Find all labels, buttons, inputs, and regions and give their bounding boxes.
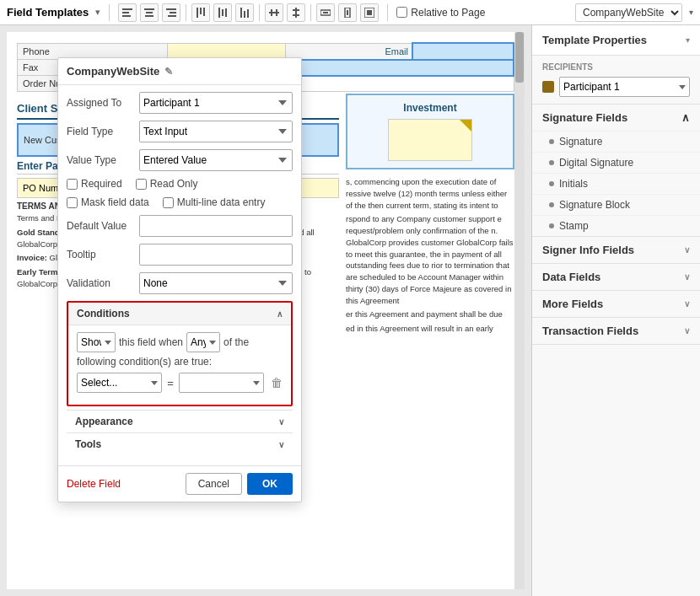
relative-to-page-checkbox[interactable]: Relative to Page [396, 7, 485, 19]
svg-rect-17 [247, 9, 249, 18]
mask-field-checkbox[interactable] [67, 197, 78, 208]
required-checkbox[interactable] [67, 179, 78, 190]
conditions-header[interactable]: Conditions ∧ [68, 303, 291, 325]
svg-rect-5 [145, 15, 153, 17]
sig-field-signature[interactable]: Signature [532, 131, 700, 152]
relative-checkbox-input[interactable] [396, 7, 407, 18]
align-top-icon[interactable] [191, 3, 210, 22]
mask-field-label: Mask field data [81, 196, 149, 208]
data-fields-expand-icon: ∨ [684, 272, 690, 282]
distribute-v-icon[interactable] [287, 3, 305, 22]
field-type-select[interactable]: Text Input [139, 121, 293, 142]
svg-rect-25 [323, 12, 328, 13]
align-center-icon[interactable] [140, 3, 159, 22]
multi-line-checkbox[interactable] [163, 197, 174, 208]
more-fields-section[interactable]: More Fields ∨ [532, 291, 700, 318]
read-only-checkbox[interactable] [136, 179, 147, 190]
same-size-icon[interactable] [360, 3, 379, 22]
align-bottom-icon[interactable] [235, 3, 254, 22]
align-left-icon[interactable] [118, 3, 137, 22]
recipients-label: RECIPIENTS [542, 62, 690, 72]
align-right-icon[interactable] [162, 3, 180, 22]
sig-bullet-4 [549, 202, 554, 207]
signer-info-label: Signer Info Fields [542, 244, 634, 256]
svg-rect-16 [244, 11, 245, 18]
appearance-section[interactable]: Appearance ∨ [67, 410, 293, 432]
signature-fields-header[interactable]: Signature Fields ∧ [532, 105, 700, 131]
more-fields-label: More Fields [542, 298, 603, 310]
recipient-select[interactable]: Participant 1 [559, 77, 690, 97]
site-select-arrow: ▾ [689, 8, 693, 17]
toolbar-dropdown-arrow[interactable]: ▾ [95, 7, 100, 18]
site-select[interactable]: CompanyWebSite [575, 3, 682, 22]
relative-to-page-label: Relative to Page [411, 7, 485, 19]
right-panel-title: Template Properties [542, 34, 647, 46]
svg-rect-14 [225, 8, 227, 17]
assigned-to-select[interactable]: Participant 1 [139, 92, 293, 114]
align-middle-icon[interactable] [213, 3, 232, 22]
distribute-h-icon[interactable] [265, 3, 283, 22]
validation-label: Validation [67, 277, 134, 289]
read-only-checkbox-label[interactable]: Read Only [136, 178, 198, 190]
toolbar-divider-5 [387, 4, 388, 21]
tools-section[interactable]: Tools ∨ [67, 432, 293, 455]
toolbar: Field Templates ▾ [0, 0, 700, 25]
conditions-label: Conditions [77, 308, 130, 319]
validation-select[interactable]: None [139, 272, 293, 294]
any-select[interactable]: Any [186, 332, 220, 352]
mask-field-checkbox-label[interactable]: Mask field data [67, 196, 149, 208]
conditions-body: Show this field when Any of the followin… [68, 325, 291, 405]
toolbar-title: Field Templates [7, 6, 89, 19]
svg-rect-27 [347, 10, 348, 15]
popup-footer: Delete Field Cancel OK [58, 465, 301, 502]
validation-row: Validation None [67, 272, 293, 294]
ok-button[interactable]: OK [247, 473, 293, 495]
popup-edit-icon[interactable]: ✎ [164, 66, 173, 78]
signature-fields-label: Signature Fields [542, 111, 627, 124]
sig-field-stamp[interactable]: Stamp [532, 215, 700, 236]
same-width-icon[interactable] [316, 3, 335, 22]
transaction-fields-section[interactable]: Transaction Fields ∨ [532, 318, 700, 345]
condition-field-select[interactable]: Select... [77, 373, 162, 393]
default-value-row: Default Value [67, 215, 293, 237]
multi-line-checkbox-label[interactable]: Multi-line data entry [163, 196, 266, 208]
show-select[interactable]: Show [77, 332, 116, 352]
conditions-row-1: Show this field when Any of the [77, 332, 283, 352]
svg-rect-3 [144, 8, 154, 10]
transaction-fields-expand-icon: ∨ [684, 326, 690, 336]
svg-rect-8 [168, 15, 176, 17]
svg-rect-22 [293, 9, 299, 11]
toolbar-divider-1 [109, 4, 110, 21]
data-fields-section[interactable]: Data Fields ∨ [532, 264, 700, 291]
cancel-button[interactable]: Cancel [186, 473, 242, 495]
svg-rect-13 [222, 9, 223, 16]
tools-expand-icon: ∨ [278, 440, 284, 449]
sig-field-sig-block[interactable]: Signature Block [532, 194, 700, 215]
sig-field-digital[interactable]: Digital Signature [532, 152, 700, 173]
condition-value-select[interactable] [179, 373, 264, 393]
svg-rect-11 [203, 8, 205, 16]
signer-info-section[interactable]: Signer Info Fields ∨ [532, 237, 700, 264]
transaction-fields-label: Transaction Fields [542, 325, 638, 337]
default-value-input[interactable] [139, 215, 293, 237]
svg-rect-15 [240, 8, 242, 18]
value-type-label: Value Type [67, 154, 134, 166]
required-checkbox-label[interactable]: Required [67, 178, 122, 190]
main-layout: Phone Email Fax Order Number [0, 25, 700, 596]
value-type-select[interactable]: Entered Value [139, 149, 293, 171]
right-panel-collapse-icon[interactable]: ▾ [686, 35, 690, 45]
conditions-collapse-icon: ∧ [277, 309, 283, 319]
sig-field-initials[interactable]: Initials [532, 173, 700, 194]
svg-rect-23 [293, 14, 299, 16]
svg-rect-20 [276, 9, 277, 16]
toolbar-divider-2 [186, 4, 186, 21]
this-field-when-text: this field when [119, 336, 183, 348]
delete-field-button[interactable]: Delete Field [67, 478, 121, 490]
of-the-text: of the [223, 336, 249, 348]
same-height-icon[interactable] [338, 3, 357, 22]
signature-fields-section: Signature Fields ∧ Signature Digital Sig… [532, 105, 700, 237]
tooltip-input[interactable] [139, 244, 293, 266]
delete-condition-icon[interactable]: 🗑 [271, 376, 283, 389]
sig-bullet-2 [549, 160, 554, 165]
popup-header: CompanyWebSite ✎ [58, 58, 301, 85]
